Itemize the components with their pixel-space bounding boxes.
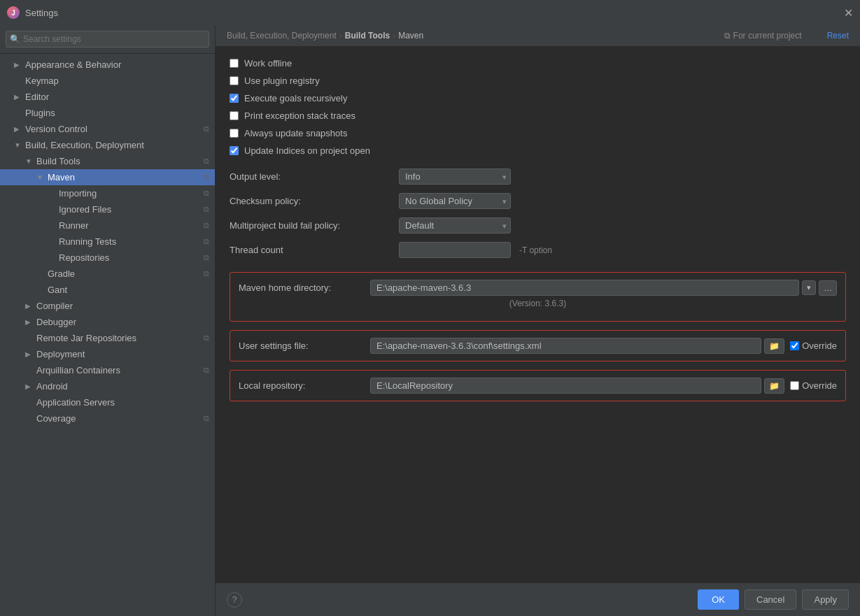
breadcrumb-part-3: Maven bbox=[398, 31, 423, 41]
user-settings-section: User settings file: 📁 Override bbox=[230, 330, 846, 361]
sidebar-item-repositories[interactable]: Repositories ⧉ bbox=[0, 250, 215, 266]
search-box: 🔍 bbox=[0, 25, 215, 54]
checkbox-execute-goals: Execute goals recursively bbox=[230, 93, 846, 103]
sidebar-item-plugins[interactable]: Plugins bbox=[0, 105, 215, 121]
checksum-policy-label: Checksum policy: bbox=[230, 196, 390, 206]
sidebar-item-keymap[interactable]: Keymap bbox=[0, 73, 215, 89]
user-settings-override: Override bbox=[790, 341, 837, 351]
sidebar-item-importing[interactable]: Importing ⧉ bbox=[0, 185, 215, 201]
checkbox-print-exception: Print exception stack traces bbox=[230, 110, 846, 121]
copy-icon: ⧉ bbox=[204, 173, 209, 182]
sidebar-item-version-control[interactable]: ▶ Version Control ⧉ bbox=[0, 121, 215, 137]
maven-home-input[interactable] bbox=[370, 280, 799, 296]
copy-icon: ⧉ bbox=[204, 237, 209, 246]
use-plugin-registry-checkbox[interactable] bbox=[230, 76, 239, 85]
multiproject-policy-select-wrap: Default Fail at End Fail Fast Never Fail bbox=[399, 217, 511, 234]
copy-icon: ⧉ bbox=[724, 31, 731, 41]
user-settings-browse-button[interactable]: 📁 bbox=[764, 338, 784, 354]
sidebar-item-app-servers[interactable]: Application Servers bbox=[0, 394, 215, 410]
sidebar-item-debugger[interactable]: ▶ Debugger bbox=[0, 314, 215, 330]
user-settings-label: User settings file: bbox=[239, 341, 365, 351]
copy-icon: ⧉ bbox=[204, 414, 209, 423]
sidebar-item-runner[interactable]: Runner ⧉ bbox=[0, 217, 215, 234]
sidebar-item-gant[interactable]: Gant bbox=[0, 282, 215, 298]
breadcrumb-part-2: Build Tools bbox=[345, 31, 390, 41]
maven-home-browse-button[interactable]: … bbox=[819, 280, 837, 296]
update-indices-label: Update Indices on project open bbox=[244, 145, 370, 156]
breadcrumb-sep-1: › bbox=[339, 31, 342, 41]
local-repo-override: Override bbox=[790, 380, 837, 391]
help-button[interactable]: ? bbox=[227, 592, 242, 608]
local-repo-input[interactable] bbox=[370, 378, 761, 394]
execute-goals-checkbox[interactable] bbox=[230, 94, 239, 103]
arrow-icon: ▶ bbox=[14, 93, 25, 101]
sidebar-item-android[interactable]: ▶ Android bbox=[0, 378, 215, 394]
close-button[interactable]: ✕ bbox=[844, 6, 853, 20]
arrow-icon: ▼ bbox=[14, 141, 25, 149]
sidebar-item-build-tools[interactable]: ▼ Build Tools ⧉ bbox=[0, 153, 215, 169]
always-update-checkbox[interactable] bbox=[230, 129, 239, 138]
print-exception-checkbox[interactable] bbox=[230, 111, 239, 120]
sidebar-item-gradle[interactable]: Gradle ⧉ bbox=[0, 266, 215, 282]
maven-home-row: Maven home directory: ▾ … bbox=[239, 280, 837, 296]
search-input[interactable] bbox=[6, 31, 209, 48]
sidebar-item-compiler[interactable]: ▶ Compiler bbox=[0, 298, 215, 314]
sidebar-item-coverage[interactable]: Coverage ⧉ bbox=[0, 410, 215, 427]
checksum-policy-select-wrap: No Global Policy Strict Warn Fail bbox=[399, 193, 511, 209]
sidebar-item-running-tests[interactable]: Running Tests ⧉ bbox=[0, 234, 215, 250]
thread-count-row: Thread count -T option bbox=[230, 242, 846, 258]
arrow-icon: ▶ bbox=[25, 302, 36, 310]
sidebar-item-ignored-files[interactable]: Ignored Files ⧉ bbox=[0, 201, 215, 217]
copy-icon: ⧉ bbox=[204, 189, 209, 198]
action-buttons: OK Cancel Apply bbox=[698, 589, 849, 610]
local-repo-label: Local repository: bbox=[239, 380, 365, 391]
user-settings-row: User settings file: 📁 Override bbox=[239, 338, 837, 354]
local-repo-override-checkbox[interactable] bbox=[790, 381, 799, 390]
sidebar-item-appearance[interactable]: ▶ Appearance & Behavior bbox=[0, 57, 215, 73]
copy-icon: ⧉ bbox=[204, 366, 209, 375]
maven-home-section: Maven home directory: ▾ … (Version: 3.6.… bbox=[230, 272, 846, 322]
local-repo-row: Local repository: 📁 Override bbox=[239, 378, 837, 394]
user-settings-override-checkbox[interactable] bbox=[790, 341, 799, 350]
output-level-select[interactable]: Info Debug Error bbox=[399, 169, 511, 185]
sidebar-item-remote-jar[interactable]: Remote Jar Repositories ⧉ bbox=[0, 330, 215, 346]
reset-button[interactable]: Reset bbox=[827, 31, 849, 41]
ok-button[interactable]: OK bbox=[698, 589, 739, 610]
settings-form: Work offline Use plugin registry Execute… bbox=[216, 47, 860, 582]
checksum-policy-select[interactable]: No Global Policy Strict Warn Fail bbox=[399, 193, 511, 209]
breadcrumb: Build, Execution, Deployment › Build Too… bbox=[227, 31, 423, 41]
work-offline-checkbox[interactable] bbox=[230, 59, 239, 68]
maven-home-input-wrap: ▾ … bbox=[370, 280, 837, 296]
nav-tree: ▶ Appearance & Behavior Keymap ▶ Editor … bbox=[0, 54, 215, 616]
user-settings-input[interactable] bbox=[370, 338, 761, 354]
arrow-icon: ▶ bbox=[14, 125, 25, 133]
update-indices-checkbox[interactable] bbox=[230, 146, 239, 155]
copy-icon: ⧉ bbox=[204, 253, 209, 262]
checkbox-update-indices: Update Indices on project open bbox=[230, 145, 846, 156]
cancel-button[interactable]: Cancel bbox=[745, 589, 796, 610]
copy-icon: ⧉ bbox=[204, 124, 209, 134]
maven-home-label: Maven home directory: bbox=[239, 282, 365, 293]
local-repo-override-label: Override bbox=[802, 380, 837, 391]
copy-icon: ⧉ bbox=[204, 157, 209, 166]
multiproject-policy-select[interactable]: Default Fail at End Fail Fast Never Fail bbox=[399, 217, 511, 234]
maven-home-dropdown-button[interactable]: ▾ bbox=[802, 280, 816, 295]
breadcrumb-part-1: Build, Execution, Deployment bbox=[227, 31, 337, 41]
copy-icon: ⧉ bbox=[204, 221, 209, 230]
sidebar-item-arquillian[interactable]: Arquillian Containers ⧉ bbox=[0, 362, 215, 378]
sidebar-item-deployment[interactable]: ▶ Deployment bbox=[0, 346, 215, 362]
sidebar-item-editor[interactable]: ▶ Editor bbox=[0, 89, 215, 105]
title-bar: J Settings ✕ bbox=[0, 0, 860, 25]
bottom-bar: ? OK Cancel Apply bbox=[216, 582, 860, 616]
sidebar-item-maven[interactable]: ▼ Maven ⧉ bbox=[0, 169, 215, 185]
arrow-icon: ▶ bbox=[25, 318, 36, 326]
output-level-row: Output level: Info Debug Error bbox=[230, 169, 846, 185]
maven-version-note: (Version: 3.6.3) bbox=[239, 299, 837, 308]
sidebar-item-build-exec-deploy[interactable]: ▼ Build, Execution, Deployment bbox=[0, 137, 215, 153]
breadcrumb-bar: Build, Execution, Deployment › Build Too… bbox=[216, 25, 860, 47]
thread-count-input[interactable] bbox=[399, 242, 511, 258]
app-icon: J bbox=[7, 6, 20, 19]
apply-button[interactable]: Apply bbox=[802, 589, 849, 610]
local-repo-browse-button[interactable]: 📁 bbox=[764, 378, 784, 394]
local-repo-section: Local repository: 📁 Override bbox=[230, 370, 846, 401]
